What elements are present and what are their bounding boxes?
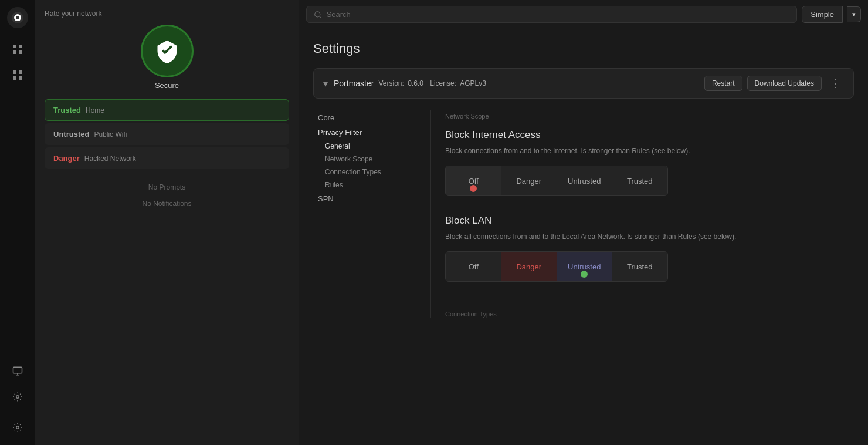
slider-trusted-lan[interactable]: Trusted — [612, 252, 668, 281]
portmaster-header: ▾ Portmaster Version: 0.6.0 License: AGP… — [314, 69, 853, 98]
no-notifications-label: No Notifications — [45, 197, 289, 210]
slider-dot-green-lan — [581, 271, 588, 278]
portmaster-card: ▾ Portmaster Version: 0.6.0 License: AGP… — [313, 68, 854, 99]
settings-nav: Core Privacy Filter General Network Scop… — [313, 110, 430, 318]
slider-danger-label-lan: Danger — [516, 262, 541, 271]
network-list: Trusted Home Untrusted Public Wifi Dange… — [45, 99, 289, 169]
shield-circle — [141, 25, 194, 77]
monitor-icon[interactable] — [7, 360, 28, 382]
slider-dot-red-internet — [470, 185, 477, 192]
search-icon — [314, 11, 322, 19]
network-sublabel-danger: Hacked Network — [84, 154, 136, 163]
grid-icon-2[interactable] — [7, 65, 28, 86]
network-sublabel-untrusted: Public Wifi — [94, 130, 127, 139]
restart-button[interactable]: Restart — [704, 76, 742, 91]
more-options-button[interactable]: ⋮ — [826, 76, 844, 91]
nav-privacy-filter[interactable]: Privacy Filter — [313, 125, 421, 140]
download-updates-button[interactable]: Download Updates — [747, 76, 822, 91]
block-internet-slider[interactable]: Off Danger Untrusted Trusted — [445, 166, 668, 196]
network-item-untrusted[interactable]: Untrusted Public Wifi — [45, 123, 289, 145]
svg-rect-8 — [19, 70, 22, 74]
svg-point-13 — [16, 426, 19, 429]
svg-rect-3 — [13, 45, 16, 48]
slider-off-label-internet: Off — [469, 177, 479, 186]
svg-point-12 — [16, 396, 19, 399]
slider-trusted-internet[interactable]: Trusted — [612, 166, 668, 195]
icon-bar — [0, 0, 35, 445]
slider-trusted-label-internet: Trusted — [627, 177, 653, 186]
slider-danger-label-internet: Danger — [516, 177, 541, 186]
portmaster-name: Portmaster — [334, 79, 374, 88]
portmaster-info: Portmaster Version: 0.6.0 License: AGPLv… — [334, 79, 699, 88]
network-item-trusted[interactable]: Trusted Home — [45, 99, 289, 121]
portmaster-actions: Restart Download Updates ⋮ — [704, 76, 844, 91]
slider-untrusted-internet[interactable]: Untrusted — [557, 166, 612, 195]
no-prompts-label: No Prompts — [45, 181, 289, 194]
svg-rect-4 — [19, 45, 22, 48]
svg-point-2 — [16, 16, 19, 19]
search-input[interactable] — [327, 10, 790, 19]
network-label-danger: Danger — [53, 154, 80, 163]
nav-network-scope[interactable]: Network Scope — [313, 153, 421, 166]
svg-rect-11 — [13, 367, 22, 373]
nav-connection-types[interactable]: Connection Types — [313, 166, 421, 178]
svg-point-14 — [315, 11, 320, 16]
settings-title: Settings — [313, 41, 854, 56]
nav-general[interactable]: General — [313, 140, 421, 153]
bottom-settings-icon[interactable] — [7, 417, 28, 438]
block-internet-access-block: Block Internet Access Block connections … — [445, 129, 854, 196]
secure-text: Secure — [155, 81, 179, 90]
slider-trusted-label-lan: Trusted — [627, 262, 653, 271]
slider-off-lan[interactable]: Off — [446, 252, 501, 281]
app-logo[interactable] — [7, 7, 28, 28]
search-bar: Simple ▾ — [299, 0, 868, 29]
slider-off-label-lan: Off — [469, 262, 479, 271]
svg-rect-10 — [19, 76, 22, 80]
grid-icon-1[interactable] — [7, 39, 28, 60]
network-item-danger[interactable]: Danger Hacked Network — [45, 147, 289, 169]
search-input-wrap[interactable] — [306, 6, 797, 23]
portmaster-version-label: Version: 0.6.0 License: AGPLv3 — [378, 79, 486, 87]
slider-danger-lan[interactable]: Danger — [501, 252, 557, 281]
settings-body: Core Privacy Filter General Network Scop… — [313, 110, 854, 318]
block-internet-desc: Block connections from and to the Intern… — [445, 146, 854, 156]
block-lan-title: Block LAN — [445, 215, 854, 227]
connection-types-label: Connection Types — [445, 301, 854, 318]
settings-icon[interactable] — [7, 386, 28, 407]
slider-off-internet[interactable]: Off — [446, 166, 501, 195]
network-label-untrusted: Untrusted — [53, 130, 89, 139]
content-scroll[interactable]: Settings ▾ Portmaster Version: 0.6.0 Lic… — [299, 29, 868, 445]
divider-section: No Prompts No Notifications — [45, 181, 289, 210]
slider-untrusted-lan[interactable]: Untrusted — [557, 252, 612, 281]
svg-rect-6 — [19, 50, 22, 54]
simple-button[interactable]: Simple — [802, 6, 843, 23]
nav-rules[interactable]: Rules — [313, 178, 421, 191]
block-internet-title: Block Internet Access — [445, 129, 854, 141]
simple-dropdown[interactable]: ▾ — [847, 6, 861, 22]
rate-label: Rate your network — [45, 9, 289, 18]
network-label-trusted: Trusted — [53, 106, 81, 114]
svg-rect-9 — [13, 76, 16, 80]
svg-rect-5 — [13, 50, 16, 54]
slider-untrusted-label-internet: Untrusted — [568, 177, 601, 186]
slider-danger-internet[interactable]: Danger — [501, 166, 557, 195]
block-lan-desc: Block all connections from and to the Lo… — [445, 231, 854, 242]
block-lan-slider[interactable]: Off Danger Untrusted Trusted — [445, 251, 668, 282]
nav-core[interactable]: Core — [313, 110, 421, 125]
left-panel: Rate your network Secure Trusted Home Un… — [35, 0, 299, 445]
network-sublabel-trusted: Home — [86, 106, 104, 114]
main-area: Simple ▾ Settings ▾ Portmaster Version: … — [299, 0, 868, 445]
settings-content: Network Scope Block Internet Access Bloc… — [430, 110, 854, 318]
secure-badge: Secure — [45, 25, 289, 90]
block-lan-block: Block LAN Block all connections from and… — [445, 215, 854, 282]
network-scope-section-label: Network Scope — [445, 110, 854, 122]
slider-untrusted-label-lan: Untrusted — [568, 262, 601, 271]
nav-spn[interactable]: SPN — [313, 191, 421, 206]
portmaster-chevron-icon[interactable]: ▾ — [323, 78, 328, 89]
svg-rect-7 — [13, 70, 16, 74]
